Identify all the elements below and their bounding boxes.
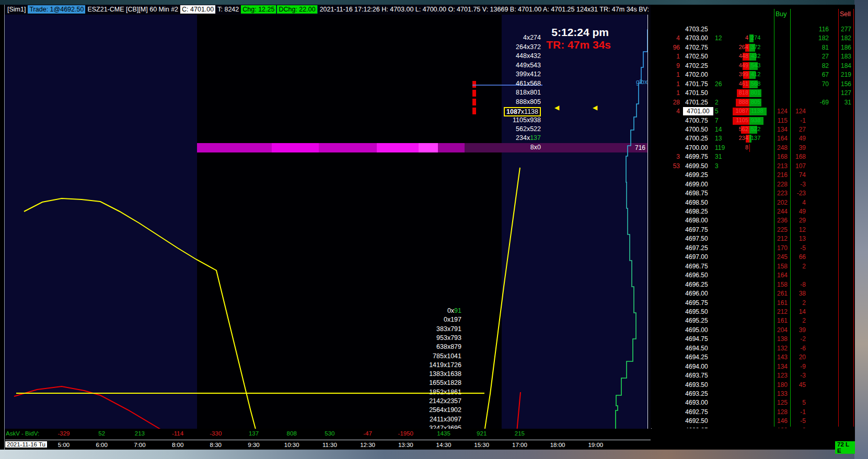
- ladder-cell[interactable]: 4: [676, 34, 680, 42]
- ladder-price[interactable]: 4700.00: [683, 144, 710, 152]
- ladder-cell[interactable]: 67: [822, 70, 829, 79]
- ladder-cell[interactable]: 216: [777, 171, 788, 179]
- ladder-cell[interactable]: -69: [820, 98, 829, 107]
- ladder-price[interactable]: 4693.50: [683, 381, 710, 389]
- ladder-cell[interactable]: 115: [778, 116, 788, 125]
- ladder-price[interactable]: 4696.00: [683, 289, 710, 298]
- ladder-cell[interactable]: 4: [802, 198, 806, 207]
- ladder-cell[interactable]: 38: [799, 289, 806, 298]
- ladder-price[interactable]: 4699.25: [683, 171, 710, 179]
- ladder-cell[interactable]: -9: [800, 362, 806, 371]
- ladder-cell[interactable]: 161: [777, 316, 788, 325]
- ladder-cell[interactable]: 12: [715, 34, 722, 42]
- ladder-cell[interactable]: 1: [676, 80, 680, 88]
- ladder-cell[interactable]: 138: [777, 335, 788, 343]
- ladder-price[interactable]: 4699.50: [683, 162, 710, 170]
- ladder-cell[interactable]: 29: [799, 216, 806, 225]
- ladder-cell[interactable]: 124: [777, 107, 788, 115]
- ladder-cell[interactable]: -3: [800, 180, 806, 189]
- ladder-price-current[interactable]: 4701.00: [683, 107, 713, 115]
- ladder-cell[interactable]: 13: [715, 134, 722, 143]
- ladder-cell[interactable]: 202: [777, 198, 788, 207]
- ladder-price[interactable]: 4695.50: [683, 308, 710, 316]
- ladder-price[interactable]: 4702.25: [683, 62, 710, 70]
- ladder-cell[interactable]: 1: [676, 52, 680, 61]
- ladder-cell[interactable]: 223: [777, 189, 788, 197]
- ladder-cell[interactable]: 39: [799, 144, 806, 152]
- ladder-cell[interactable]: 49: [799, 207, 806, 216]
- ladder-cell[interactable]: -1: [800, 408, 806, 416]
- ladder-cell[interactable]: 12: [799, 226, 806, 234]
- ladder-price[interactable]: 4701.25: [683, 98, 710, 107]
- ladder-cell[interactable]: 82: [822, 62, 829, 70]
- ladder-cell[interactable]: 20: [799, 353, 806, 361]
- ladder-cell[interactable]: 2: [802, 316, 806, 325]
- ladder-cell[interactable]: 31: [715, 152, 722, 161]
- ladder-cell[interactable]: 119: [715, 144, 725, 152]
- ladder-price[interactable]: 4694.75: [683, 335, 710, 343]
- ladder-price[interactable]: 4702.75: [683, 43, 710, 52]
- ladder-cell[interactable]: 277: [841, 25, 851, 33]
- ladder-cell[interactable]: -23: [797, 189, 806, 197]
- ladder-cell[interactable]: 132: [777, 344, 788, 352]
- ladder-cell[interactable]: 213: [777, 162, 788, 170]
- ladder-cell[interactable]: 1: [676, 89, 680, 97]
- ladder-cell[interactable]: 2: [715, 98, 719, 107]
- ladder-price[interactable]: 4697.25: [683, 244, 710, 252]
- ladder-cell[interactable]: 164: [777, 134, 788, 143]
- ladder-cell[interactable]: 66: [799, 253, 806, 261]
- ladder-cell[interactable]: 27: [822, 52, 829, 61]
- ladder-cell[interactable]: 128: [777, 408, 788, 416]
- ladder-price[interactable]: 4693.00: [683, 398, 710, 407]
- ladder-price[interactable]: 4692.75: [683, 408, 710, 416]
- ladder-cell[interactable]: -2: [800, 335, 806, 343]
- ladder-cell[interactable]: 134: [777, 362, 788, 371]
- ladder-cell[interactable]: -1: [800, 116, 806, 125]
- ladder-price[interactable]: 4696.75: [683, 262, 710, 270]
- ladder-cell[interactable]: 134: [777, 125, 788, 134]
- ladder-cell[interactable]: 26: [715, 80, 722, 88]
- ladder-cell[interactable]: 28: [673, 98, 680, 107]
- ladder-cell[interactable]: 143: [777, 353, 788, 361]
- ladder-cell[interactable]: 74: [799, 171, 806, 179]
- ladder-price[interactable]: 4698.75: [683, 189, 710, 197]
- ladder-cell[interactable]: 212: [777, 234, 788, 243]
- ladder-cell[interactable]: 3: [715, 162, 719, 170]
- ladder-cell[interactable]: 156: [841, 80, 851, 88]
- ladder-cell[interactable]: 7: [715, 116, 719, 125]
- ladder-cell[interactable]: 14: [799, 308, 806, 316]
- ladder-cell[interactable]: 39: [799, 326, 806, 334]
- ladder-cell[interactable]: 248: [777, 144, 788, 152]
- ladder-cell[interactable]: -8: [800, 280, 806, 289]
- ladder-cell[interactable]: 70: [822, 80, 829, 88]
- ladder-cell[interactable]: 244: [777, 207, 788, 216]
- ladder-price[interactable]: 4694.00: [683, 362, 710, 371]
- ladder-cell[interactable]: 53: [673, 162, 680, 170]
- ladder-price[interactable]: 4699.00: [683, 180, 710, 189]
- ladder-price[interactable]: 4694.25: [683, 353, 710, 361]
- ladder-cell[interactable]: 133: [777, 390, 788, 398]
- ladder-cell[interactable]: 3: [676, 152, 680, 161]
- ladder-cell[interactable]: 168: [795, 152, 806, 161]
- ladder-cell[interactable]: 228: [777, 180, 788, 189]
- ladder-price[interactable]: 4702.00: [683, 70, 710, 79]
- ladder-price[interactable]: 4698.50: [683, 198, 710, 207]
- ladder-cell[interactable]: 5: [715, 107, 719, 115]
- ladder-cell[interactable]: 14: [715, 125, 722, 134]
- ladder-price[interactable]: 4703.00: [683, 34, 710, 42]
- status-badge[interactable]: 72 L E: [835, 441, 855, 454]
- ladder-cell[interactable]: 2: [802, 262, 806, 270]
- ladder-cell[interactable]: 170: [777, 244, 788, 252]
- ladder-price[interactable]: 4696.25: [683, 280, 710, 289]
- ladder-price[interactable]: 4693.25: [683, 390, 710, 398]
- ladder-cell[interactable]: 31: [844, 98, 851, 107]
- ladder-cell[interactable]: 245: [777, 253, 788, 261]
- ladder-cell[interactable]: 107: [795, 162, 806, 170]
- ladder-price[interactable]: 4698.25: [683, 207, 710, 216]
- ladder-cell[interactable]: -5: [800, 417, 806, 425]
- ladder-cell[interactable]: 130: [777, 426, 788, 428]
- chart-canvas[interactable]: 716 glbx 5:12:24 pm TR:: [5, 15, 651, 433]
- ladder-cell[interactable]: 2: [802, 426, 806, 428]
- ladder-cell[interactable]: 182: [841, 34, 851, 42]
- ladder-price[interactable]: 4698.00: [683, 216, 710, 225]
